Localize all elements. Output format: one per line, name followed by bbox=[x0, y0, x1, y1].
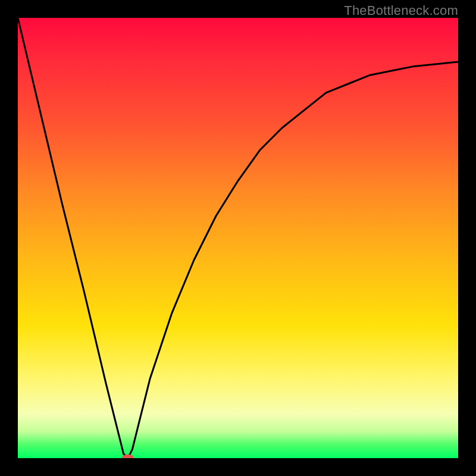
attribution-text: TheBottleneck.com bbox=[344, 3, 458, 18]
bottleneck-curve bbox=[18, 18, 458, 458]
plot-area bbox=[18, 18, 458, 458]
optimum-marker bbox=[122, 455, 134, 458]
chart-frame: TheBottleneck.com bbox=[0, 0, 476, 476]
